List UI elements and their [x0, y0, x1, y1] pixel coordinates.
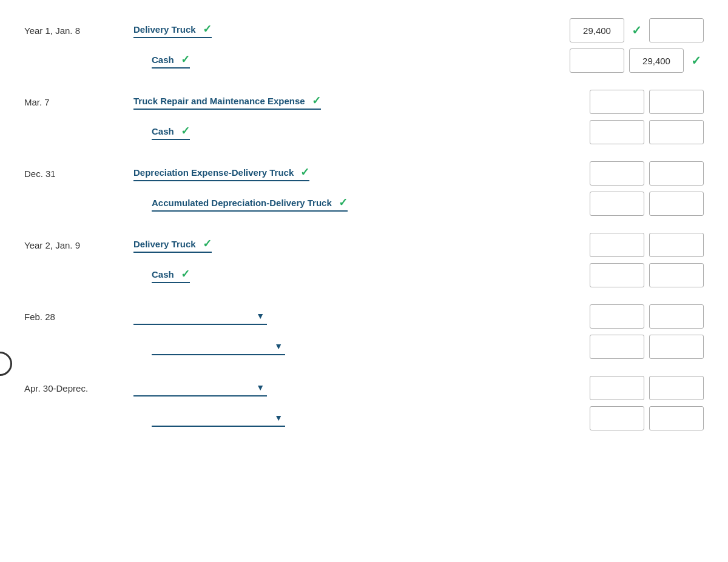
- debit-box[interactable]: [590, 335, 644, 359]
- credit-box[interactable]: [649, 335, 704, 359]
- account-select[interactable]: Delivery TruckCashTruck Repair and Maint…: [133, 311, 267, 321]
- account-name: Delivery Truck ✓: [133, 237, 212, 253]
- credit-box[interactable]: [649, 406, 704, 430]
- check-icon: ✓: [178, 268, 190, 280]
- account-dropdown-wrapper[interactable]: Delivery TruckCashTruck Repair and Maint…: [133, 380, 267, 396]
- journal-entry-row: Year 1, Jan. 8Delivery Truck ✓29,400✓: [24, 18, 704, 42]
- journal-entry-row: Year 2, Jan. 9Delivery Truck ✓: [24, 233, 704, 257]
- account-name: Depreciation Expense-Delivery Truck ✓: [133, 166, 309, 181]
- credit-box[interactable]: [649, 18, 704, 42]
- journal-dropdown-row: Delivery TruckCashTruck Repair and Maint…: [24, 406, 704, 430]
- check-icon: ✓: [335, 196, 348, 209]
- debit-check-icon: ✓: [632, 23, 642, 38]
- debit-box[interactable]: [570, 49, 624, 73]
- debit-box[interactable]: [590, 192, 644, 216]
- account-name: Cash ✓: [152, 124, 190, 140]
- debit-box[interactable]: [590, 120, 644, 144]
- journal-dropdown-row: Apr. 30-Deprec.Delivery TruckCashTruck R…: [24, 376, 704, 400]
- check-icon: ✓: [178, 125, 190, 137]
- journal-entry-block: Year 1, Jan. 8Delivery Truck ✓29,400✓Cas…: [24, 18, 704, 73]
- journal-date: Dec. 31: [24, 169, 133, 179]
- credit-box[interactable]: [649, 376, 704, 400]
- journal-dropdown-row: Delivery TruckCashTruck Repair and Maint…: [24, 335, 704, 359]
- journal-date: Feb. 28: [24, 312, 133, 322]
- credit-box[interactable]: [649, 161, 704, 186]
- account-dropdown-wrapper[interactable]: Delivery TruckCashTruck Repair and Maint…: [152, 410, 285, 427]
- credit-box[interactable]: [649, 90, 704, 114]
- circle-indicator: [0, 352, 12, 376]
- journal-entry-row: Mar. 7Truck Repair and Maintenance Expen…: [24, 90, 704, 114]
- journal-date: Mar. 7: [24, 97, 133, 107]
- journal-entry-row: Dec. 31Depreciation Expense-Delivery Tru…: [24, 161, 704, 186]
- journal-dropdown-block: Feb. 28Delivery TruckCashTruck Repair an…: [24, 304, 704, 359]
- debit-box[interactable]: [590, 304, 644, 329]
- check-icon: ✓: [178, 53, 190, 65]
- journal-date: Apr. 30-Deprec.: [24, 383, 133, 393]
- journal-entry-block: Year 2, Jan. 9Delivery Truck ✓Cash ✓: [24, 233, 704, 287]
- account-select[interactable]: Delivery TruckCashTruck Repair and Maint…: [133, 383, 267, 393]
- account-name: Truck Repair and Maintenance Expense ✓: [133, 94, 321, 110]
- journal-date: Year 1, Jan. 8: [24, 25, 133, 36]
- check-icon: ✓: [309, 95, 321, 107]
- debit-box[interactable]: 29,400: [570, 18, 624, 42]
- journal-entry-block: Mar. 7Truck Repair and Maintenance Expen…: [24, 90, 704, 144]
- journal-date: Year 2, Jan. 9: [24, 240, 133, 250]
- credit-box[interactable]: [649, 233, 704, 257]
- check-icon: ✓: [200, 23, 212, 35]
- account-dropdown-wrapper[interactable]: Delivery TruckCashTruck Repair and Maint…: [133, 308, 267, 325]
- journal-dropdown-row: Feb. 28Delivery TruckCashTruck Repair an…: [24, 304, 704, 329]
- check-icon: ✓: [297, 166, 309, 178]
- credit-check-icon: ✓: [691, 53, 701, 68]
- account-name: Accumulated Depreciation-Delivery Truck …: [152, 196, 348, 212]
- credit-box[interactable]: [649, 120, 704, 144]
- journal-entry-row: Cash ✓: [24, 120, 704, 144]
- journal-dropdown-block: Apr. 30-Deprec.Delivery TruckCashTruck R…: [24, 376, 704, 430]
- credit-box[interactable]: [649, 192, 704, 216]
- journal-entry-row: Accumulated Depreciation-Delivery Truck …: [24, 192, 704, 216]
- account-select[interactable]: Delivery TruckCashTruck Repair and Maint…: [152, 413, 285, 423]
- account-name: Cash ✓: [152, 53, 190, 69]
- account-dropdown-wrapper[interactable]: Delivery TruckCashTruck Repair and Maint…: [152, 338, 285, 355]
- credit-box[interactable]: [649, 304, 704, 329]
- debit-box[interactable]: [590, 263, 644, 287]
- credit-box[interactable]: [649, 263, 704, 287]
- account-name: Cash ✓: [152, 267, 190, 283]
- account-select[interactable]: Delivery TruckCashTruck Repair and Maint…: [152, 341, 285, 352]
- journal-entry-row: Cash ✓29,400✓: [24, 49, 704, 73]
- debit-box[interactable]: [590, 90, 644, 114]
- journal-entry-row: Cash ✓: [24, 263, 704, 287]
- debit-box[interactable]: [590, 233, 644, 257]
- debit-box[interactable]: [590, 161, 644, 186]
- journal-entry-block: Dec. 31Depreciation Expense-Delivery Tru…: [24, 161, 704, 216]
- debit-box[interactable]: [590, 406, 644, 430]
- check-icon: ✓: [200, 238, 212, 250]
- debit-box[interactable]: [590, 376, 644, 400]
- account-name: Delivery Truck ✓: [133, 22, 212, 38]
- credit-box[interactable]: 29,400: [629, 49, 684, 73]
